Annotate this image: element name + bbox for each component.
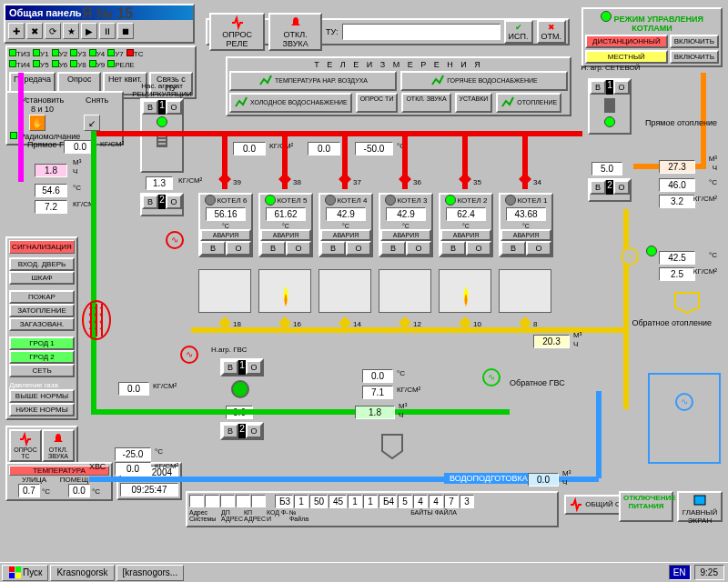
sig-gas[interactable]: ЗАГАЗОВАН. bbox=[9, 317, 75, 331]
boiler-valve-num-1: 38 bbox=[293, 178, 301, 186]
recirk-v2[interactable]: В bbox=[142, 195, 158, 209]
btn-opros-rele[interactable]: ОПРОС РЕЛЕ bbox=[209, 13, 265, 51]
boiler-name-1: КОТЕЛ 5 bbox=[278, 196, 308, 205]
xvs-t: -25.0 bbox=[115, 447, 151, 461]
boiler-0: КОТЕЛ 656.16°САВАРИЯВО bbox=[198, 193, 253, 257]
boiler-v-2[interactable]: В bbox=[320, 241, 346, 256]
tool-icon-4[interactable]: ★ bbox=[63, 23, 79, 39]
start-button[interactable]: Пуск bbox=[2, 565, 48, 581]
btn-otm[interactable]: ✖ОТМ. bbox=[537, 20, 567, 44]
led-u4: У4 bbox=[89, 49, 106, 58]
boiler-o-0[interactable]: О bbox=[226, 241, 251, 256]
btn-otkl-zvuka[interactable]: ОТКЛ. ЗВУКА bbox=[268, 13, 322, 51]
boiler-o-4[interactable]: О bbox=[466, 241, 491, 256]
setevoi-v2[interactable]: В bbox=[590, 180, 606, 195]
sig-flood[interactable]: ЗАТОПЛЕНИЕ bbox=[9, 304, 75, 317]
gvs-o2[interactable]: О bbox=[246, 424, 262, 438]
btn-hol-vodo[interactable]: ХОЛОДНОЕ ВОДОСНАБЖЕНИЕ bbox=[229, 93, 352, 113]
setevoi-o1[interactable]: О bbox=[613, 80, 630, 95]
sig-shkaf[interactable]: ШКАФ bbox=[9, 271, 75, 285]
sig-grod1[interactable]: ГРОД 1 bbox=[9, 336, 75, 350]
sig-fire[interactable]: ПОЖАР bbox=[9, 290, 75, 304]
boiler-chamber-4 bbox=[439, 269, 491, 313]
gas-lo[interactable]: НИЖЕ НОРМЫ bbox=[9, 403, 75, 416]
boiler-av-2[interactable]: АВАРИЯ bbox=[320, 229, 371, 241]
tool-icon-3[interactable]: ⟳ bbox=[45, 23, 61, 39]
boiler-o-3[interactable]: О bbox=[406, 241, 431, 256]
setevoi-v1[interactable]: В bbox=[590, 80, 606, 95]
btn-isp[interactable]: ✔ИСП. bbox=[504, 20, 533, 44]
tool-icon-2[interactable]: ✖ bbox=[26, 23, 43, 39]
boiler-o-5[interactable]: О bbox=[526, 241, 551, 256]
setevoi-o2[interactable]: О bbox=[613, 180, 630, 195]
left-v1-u: М³ bbox=[73, 158, 81, 166]
yel-pump-icon: ∿ bbox=[621, 247, 639, 266]
boiler-av-4[interactable]: АВАРИЯ bbox=[440, 229, 491, 241]
btn-otkl-zvuka-3[interactable]: ОТКЛ. ЗВУКА bbox=[401, 93, 450, 113]
remove-arrow-icon[interactable]: ↙ bbox=[84, 115, 100, 131]
pipe-mag bbox=[18, 73, 24, 182]
pipe-grn-left bbox=[91, 131, 96, 413]
boiler-chamber-1 bbox=[258, 269, 311, 313]
recirk-led bbox=[157, 116, 167, 127]
sig-door[interactable]: ВХОД. ДВЕРЬ bbox=[9, 257, 75, 271]
btn-local-on[interactable]: ВКЛЮЧИТЬ bbox=[670, 50, 719, 64]
boiler-v-4[interactable]: В bbox=[440, 241, 466, 256]
sig-grod2[interactable]: ГРОД 2 bbox=[9, 350, 75, 364]
boiler-v-5[interactable]: В bbox=[500, 241, 526, 256]
boiler-av-1[interactable]: АВАРИЯ bbox=[260, 229, 311, 241]
tool-icon-6[interactable]: ⏸ bbox=[99, 23, 116, 39]
boiler-valve-num-5: 34 bbox=[533, 178, 541, 186]
btn-opros-ti[interactable]: ОПРОС ТИ bbox=[356, 93, 399, 113]
hand-install-icon[interactable]: ✋ bbox=[29, 115, 46, 131]
tool-icon-7[interactable]: ⏹ bbox=[117, 23, 134, 39]
boiler-av-0[interactable]: АВАРИЯ bbox=[200, 229, 251, 241]
led-u9: У9 bbox=[89, 60, 106, 69]
boiler-av-5[interactable]: АВАРИЯ bbox=[500, 229, 551, 241]
gvs-v2[interactable]: В bbox=[222, 424, 238, 438]
recirk-o1[interactable]: О bbox=[166, 100, 182, 115]
btn-otoplenie[interactable]: ОТОПЛЕНИЕ bbox=[496, 93, 561, 113]
led-ti3: ТИ3 bbox=[9, 49, 30, 58]
xvs-p: 0.0 bbox=[115, 462, 151, 476]
task-1[interactable]: Krasnogorsk bbox=[50, 565, 114, 581]
boiler-o-1[interactable]: О bbox=[286, 241, 311, 256]
boiler-v-1[interactable]: В bbox=[260, 241, 286, 256]
btn-gor-vodo[interactable]: ГОРЯЧЕЕ ВОДОСНАБЖЕНИЕ bbox=[400, 71, 568, 91]
left-v2: 54.6 bbox=[35, 184, 67, 197]
gas-hi[interactable]: ВЫШЕ НОРМЫ bbox=[9, 389, 75, 403]
mid-v3-u: М³ bbox=[399, 402, 407, 410]
boiler-v-0[interactable]: В bbox=[200, 241, 226, 256]
btn-otkl-pit[interactable]: ОТКЛЮЧЕНИЕ ПИТАНИЯ bbox=[619, 491, 673, 522]
tu-input[interactable] bbox=[342, 24, 500, 40]
boiler-chamber-5 bbox=[499, 269, 551, 313]
boiler-o-2[interactable]: О bbox=[346, 241, 371, 256]
recirk-v1[interactable]: В bbox=[142, 100, 158, 115]
btn-main-screen[interactable]: ГЛАВНЫЙ ЭКРАН bbox=[677, 491, 723, 522]
gvs-o1[interactable]: О bbox=[246, 360, 262, 375]
sig-set[interactable]: СЕТЬ bbox=[9, 364, 75, 377]
task-2[interactable]: [krasnogors... bbox=[116, 565, 185, 581]
boiler-v-3[interactable]: В bbox=[380, 241, 406, 256]
boiler-chamber-2 bbox=[318, 269, 371, 313]
btn-otkl-zvuka-2[interactable]: ОТКЛ. ЗВУКА bbox=[42, 429, 75, 462]
boiler-name-0: КОТЕЛ 6 bbox=[217, 196, 248, 205]
btn-dist-on[interactable]: ВКЛЮЧИТЬ bbox=[670, 35, 719, 48]
left-v1-u2: Ч bbox=[73, 167, 77, 176]
btn-opros-ts[interactable]: ОПРОС ТС bbox=[9, 429, 42, 462]
tool-icon-5[interactable]: ▶ bbox=[81, 23, 97, 39]
tool-icon-1[interactable]: ✚ bbox=[8, 23, 25, 39]
gvs-v1[interactable]: В bbox=[222, 360, 238, 375]
boiler-5: КОТЕЛ 143.68°САВАРИЯВО bbox=[499, 193, 553, 257]
recirk-o2[interactable]: О bbox=[166, 195, 182, 209]
btn-temp-nar[interactable]: ТЕМПЕРАТУРА НАР. ВОЗДУХА bbox=[229, 71, 397, 91]
lang-tray[interactable]: EN bbox=[669, 565, 691, 580]
btn-local[interactable]: МЕСТНЫЙ bbox=[585, 50, 668, 64]
boiler-av-3[interactable]: АВАРИЯ bbox=[380, 229, 431, 241]
byte-1: 1 bbox=[294, 495, 308, 508]
boiler-valve-num-0: 39 bbox=[233, 178, 241, 186]
btn-ustavki[interactable]: УСТАВКИ bbox=[455, 93, 493, 113]
btn-dist[interactable]: ДИСТАНЦИОННЫЙ bbox=[585, 35, 668, 48]
boiler-val-2: 42.9 bbox=[326, 207, 366, 221]
obr-otopl-u2: КГ/СМ² bbox=[693, 267, 717, 276]
